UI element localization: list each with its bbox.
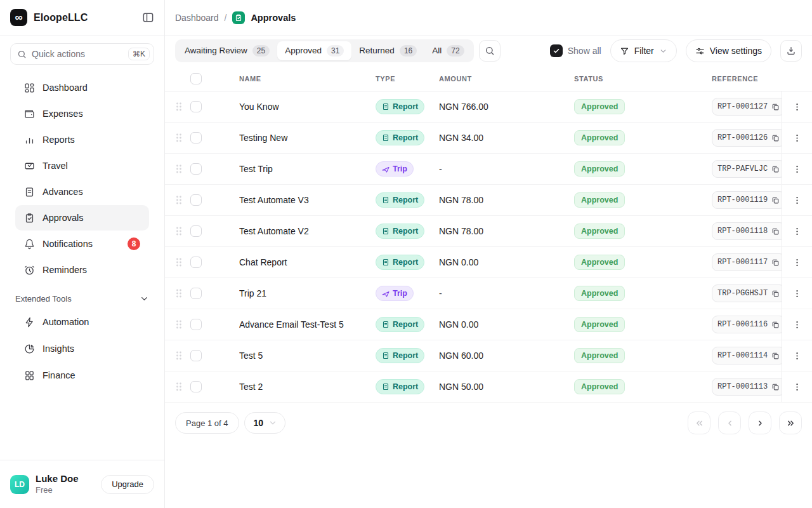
row-menu-button[interactable] bbox=[789, 222, 806, 240]
row-menu-button[interactable] bbox=[789, 347, 806, 364]
sidebar-item-finance[interactable]: Finance bbox=[15, 362, 149, 389]
row-checkbox[interactable] bbox=[190, 101, 202, 112]
row-checkbox[interactable] bbox=[190, 319, 202, 330]
drag-handle-icon[interactable] bbox=[175, 225, 184, 237]
sidebar-item-label: Automation bbox=[43, 317, 140, 327]
row-amount: NGN 50.00 bbox=[439, 382, 574, 392]
reference-pill[interactable]: RPT-0001119 bbox=[712, 191, 785, 209]
drag-handle-icon[interactable] bbox=[175, 163, 184, 175]
row-checkbox[interactable] bbox=[190, 225, 202, 237]
extended-tools-toggle[interactable]: Extended Tools bbox=[15, 294, 149, 304]
drag-handle-icon[interactable] bbox=[175, 132, 184, 144]
copy-icon[interactable] bbox=[771, 258, 780, 267]
tab-returned[interactable]: Returned 16 bbox=[351, 41, 424, 60]
reference-pill[interactable]: RPT-0001114 bbox=[712, 347, 785, 364]
row-menu-button[interactable] bbox=[789, 253, 806, 271]
checkbox-checked-icon[interactable] bbox=[550, 44, 563, 57]
type-badge: Trip bbox=[376, 161, 414, 177]
row-amount: NGN 34.00 bbox=[439, 133, 574, 143]
copy-icon[interactable] bbox=[771, 165, 780, 173]
copy-icon[interactable] bbox=[771, 383, 780, 391]
reference-pill[interactable]: RPT-0001116 bbox=[712, 316, 785, 333]
row-menu-button[interactable] bbox=[789, 191, 806, 209]
row-checkbox[interactable] bbox=[190, 257, 202, 268]
row-menu-button[interactable] bbox=[789, 316, 806, 333]
page-size-select[interactable]: 10 bbox=[244, 412, 286, 434]
table-row[interactable]: Testing New Report NGN 34.00 Approved RP… bbox=[165, 123, 812, 154]
first-page-button[interactable] bbox=[688, 411, 710, 434]
table-row[interactable]: Test 5 Report NGN 60.00 Approved RPT-000… bbox=[165, 340, 812, 371]
drag-handle-icon[interactable] bbox=[175, 101, 184, 112]
sidebar-item-automation[interactable]: Automation bbox=[15, 309, 149, 335]
row-checkbox[interactable] bbox=[190, 288, 202, 299]
sidebar-item-advances[interactable]: Advances bbox=[15, 179, 149, 204]
table-row[interactable]: Test Automate V3 Report NGN 78.00 Approv… bbox=[165, 185, 812, 216]
row-menu-button[interactable] bbox=[789, 160, 806, 178]
select-all-checkbox[interactable] bbox=[190, 73, 202, 84]
table-row[interactable]: Test Trip Trip - Approved TRP-PAFVLJC bbox=[165, 154, 812, 185]
reference-pill[interactable]: RPT-0001117 bbox=[712, 253, 785, 271]
sidebar-item-reports[interactable]: Reports bbox=[15, 127, 149, 152]
copy-icon[interactable] bbox=[771, 103, 780, 111]
reference-pill[interactable]: RPT-0001113 bbox=[712, 378, 785, 396]
row-checkbox[interactable] bbox=[190, 163, 202, 175]
view-settings-button[interactable]: View settings bbox=[686, 39, 771, 62]
report-icon bbox=[382, 103, 390, 110]
row-checkbox[interactable] bbox=[190, 194, 202, 206]
sidebar-item-travel[interactable]: Travel bbox=[15, 153, 149, 178]
row-menu-button[interactable] bbox=[789, 98, 806, 116]
copy-icon[interactable] bbox=[771, 352, 780, 360]
row-menu-button[interactable] bbox=[789, 284, 806, 302]
reference-pill[interactable]: RPT-0001127 bbox=[712, 98, 785, 116]
previous-page-button[interactable] bbox=[718, 411, 741, 434]
show-all-toggle[interactable]: Show all bbox=[550, 44, 601, 57]
sidebar-item-reminders[interactable]: Reminders bbox=[15, 257, 149, 283]
sidebar-item-expenses[interactable]: Expenses bbox=[15, 101, 149, 126]
copy-icon[interactable] bbox=[771, 196, 780, 204]
reference-pill[interactable]: TRP-PGGHSJT bbox=[712, 284, 785, 302]
tab-all[interactable]: All 72 bbox=[424, 41, 471, 60]
sidebar-item-dashboard[interactable]: Dashboard bbox=[15, 75, 149, 100]
quick-actions-search[interactable]: Quick actions ⌘K bbox=[10, 43, 154, 65]
table-row[interactable]: Chat Report Report NGN 0.00 Approved RPT… bbox=[165, 247, 812, 278]
download-button[interactable] bbox=[780, 40, 802, 62]
copy-icon[interactable] bbox=[771, 227, 780, 236]
copy-icon[interactable] bbox=[771, 290, 780, 298]
drag-handle-icon[interactable] bbox=[175, 288, 184, 299]
next-page-button[interactable] bbox=[749, 411, 771, 434]
drag-handle-icon[interactable] bbox=[175, 194, 184, 206]
copy-icon[interactable] bbox=[771, 321, 780, 329]
reference-pill[interactable]: TRP-PAFVLJC bbox=[712, 160, 785, 178]
row-menu-button[interactable] bbox=[789, 129, 806, 147]
reference-pill[interactable]: RPT-0001118 bbox=[712, 222, 785, 240]
table-row[interactable]: Advance Email Test-Test 5 Report NGN 0.0… bbox=[165, 309, 812, 340]
tab-approved[interactable]: Approved 31 bbox=[277, 41, 351, 60]
column-header-status: Status bbox=[574, 75, 712, 83]
sidebar-item-notifications[interactable]: Notifications 8 bbox=[15, 231, 149, 257]
drag-handle-icon[interactable] bbox=[175, 381, 184, 392]
row-checkbox[interactable] bbox=[190, 381, 202, 392]
copy-icon[interactable] bbox=[771, 134, 780, 142]
table-row[interactable]: Test 2 Report NGN 50.00 Approved RPT-000… bbox=[165, 371, 812, 403]
drag-handle-icon[interactable] bbox=[175, 319, 184, 330]
table-row[interactable]: Test Automate V2 Report NGN 78.00 Approv… bbox=[165, 216, 812, 247]
drag-handle-icon[interactable] bbox=[175, 257, 184, 268]
row-checkbox[interactable] bbox=[190, 132, 202, 144]
filter-button[interactable]: Filter bbox=[610, 39, 677, 62]
sidebar-item-approvals[interactable]: Approvals bbox=[15, 205, 149, 231]
tab-awaiting-review[interactable]: Awaiting Review 25 bbox=[177, 41, 277, 60]
collapse-sidebar-icon[interactable] bbox=[142, 11, 154, 23]
last-page-button[interactable] bbox=[779, 411, 802, 434]
table-row[interactable]: Trip 21 Trip - Approved TRP-PGGHSJT bbox=[165, 278, 812, 309]
upgrade-button[interactable]: Upgrade bbox=[101, 475, 154, 494]
drag-handle-icon[interactable] bbox=[175, 350, 184, 361]
sidebar-item-insights[interactable]: Insights bbox=[15, 335, 149, 362]
row-menu-button[interactable] bbox=[789, 378, 806, 396]
search-button[interactable] bbox=[479, 40, 501, 62]
user-card[interactable]: LD Luke Doe Free Upgrade bbox=[0, 460, 164, 508]
breadcrumb-dashboard-link[interactable]: Dashboard bbox=[175, 13, 219, 23]
table-row[interactable]: You Know Report NGN 766.00 Approved RPT-… bbox=[165, 91, 812, 123]
row-checkbox[interactable] bbox=[190, 350, 202, 361]
type-label: Trip bbox=[393, 164, 407, 173]
reference-pill[interactable]: RPT-0001126 bbox=[712, 129, 785, 147]
